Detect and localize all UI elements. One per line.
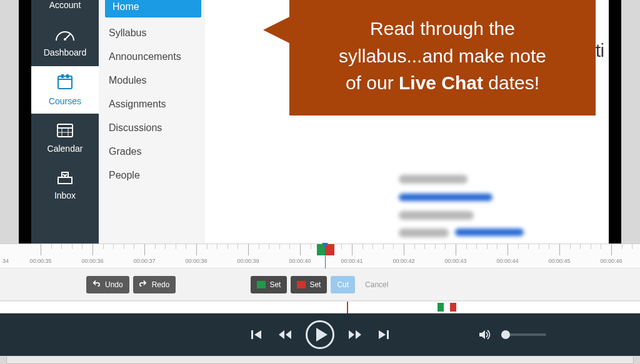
ruler-tick [404,244,404,255]
svg-rect-19 [387,330,389,339]
ruler-label: 00:00:46 [600,258,622,264]
book-icon [56,74,74,92]
timeline-ruler[interactable]: 34 00:00:3500:00:3600:00:3700:00:3800:00… [0,243,640,268]
volume-thumb[interactable] [501,330,510,339]
cancel-link[interactable]: Cancel [365,280,388,289]
ruler-tick [196,244,197,255]
blurred-text-line [399,211,474,220]
playhead[interactable] [325,244,326,269]
svg-rect-5 [66,74,69,78]
ruler-tick-minor [466,244,467,249]
sidebar-item-dashboard[interactable]: Dashboard [31,19,99,66]
svg-marker-13 [254,330,261,339]
video-preview: Account Dashboard Courses Calendar Inbox [0,0,640,243]
course-nav-people[interactable]: People [99,164,205,187]
playback-bar [0,313,640,356]
undo-icon [92,280,101,289]
ruler-tick-minor [372,244,373,249]
ruler-tick-minor [383,244,384,249]
lms-sidebar: Account Dashboard Courses Calendar Inbox [31,0,99,243]
ruler-tick [559,244,560,255]
ruler-tick [611,244,612,255]
ruler-tick [248,244,249,255]
sidebar-item-label: Calendar [48,144,83,154]
svg-marker-17 [356,330,361,339]
track-in-handle[interactable] [438,303,444,312]
ruler-label: 00:00:40 [289,258,311,264]
ruler-label: 00:00:39 [237,258,259,264]
ruler-tick-minor [124,244,124,249]
ruler-tick-minor [539,244,539,249]
play-button[interactable] [306,320,334,349]
course-nav-modules[interactable]: Modules [99,69,205,92]
ruler-tick [92,244,93,255]
track-playhead[interactable] [347,302,348,314]
svg-marker-14 [279,330,284,339]
sidebar-item-inbox[interactable]: Inbox [31,161,99,209]
sidebar-item-calendar[interactable]: Calendar [31,114,99,161]
timeline-track[interactable] [0,301,640,313]
svg-marker-20 [479,330,485,339]
svg-rect-4 [61,74,64,78]
ruler-tick-minor [528,244,529,249]
ruler-label: 00:00:45 [548,258,570,264]
ruler-start-label: 34 [2,258,9,264]
ruler-tick [144,244,145,255]
ruler-tick-minor [176,244,176,249]
set-out-point-button[interactable]: Set [291,276,327,293]
ruler-tick-minor [279,244,280,249]
ruler-tick-minor [632,244,632,249]
ruler-tick [508,244,508,255]
ruler-tick [300,244,301,255]
course-nav: Home Syllabus Announcements Modules Assi… [99,0,205,243]
svg-point-1 [64,38,66,41]
ruler-tick-minor [341,244,342,249]
ruler-tick-minor [259,244,259,249]
cut-button[interactable]: Cut [331,276,355,293]
ruler-tick-minor [103,244,104,249]
ruler-tick-minor [414,244,415,249]
ruler-tick-minor [134,244,134,249]
skip-start-button[interactable] [248,327,264,343]
track-out-handle[interactable] [450,303,456,312]
ruler-tick-minor [591,244,591,249]
ruler-tick [352,244,352,255]
callout-line3: of our Live Chat dates! [312,69,573,97]
rewind-button[interactable] [277,327,293,343]
volume-button[interactable] [476,327,492,343]
course-nav-syllabus[interactable]: Syllabus [99,21,205,45]
letterbox-left [19,0,31,243]
ruler-tick-minor [228,244,228,249]
undo-button[interactable]: Undo [86,276,129,293]
sidebar-item-courses[interactable]: Courses [31,66,99,114]
blurred-text-line [399,229,449,237]
course-nav-home[interactable]: Home [105,0,201,17]
callout-line2: syllabus...and make note [312,42,573,70]
callout-tail [263,15,293,45]
course-nav-assignments[interactable]: Assignments [99,92,205,116]
sidebar-item-account[interactable]: Account [31,0,99,19]
svg-marker-16 [349,330,354,339]
redo-button[interactable]: Redo [133,276,176,293]
set-in-point-button[interactable]: Set [251,276,287,293]
ruler-tick-minor [72,244,72,249]
ruler-tick [41,244,41,255]
course-nav-grades[interactable]: Grades [99,140,205,164]
annotation-callout[interactable]: Read through the syllabus...and make not… [289,0,596,116]
skip-end-button[interactable] [376,327,392,343]
ruler-tick-minor [622,244,622,249]
volume-slider[interactable] [501,333,546,336]
course-nav-announcements[interactable]: Announcements [99,45,205,69]
ruler-tick-minor [269,244,269,249]
blurred-link [455,229,524,236]
course-nav-discussions[interactable]: Discussions [99,116,205,140]
svg-marker-15 [286,330,291,339]
volume-control [476,327,546,343]
ruler-label: 00:00:41 [341,258,362,264]
course-content-panel: undati Read through the syllabus...and m… [205,0,609,243]
ruler-label: 00:00:38 [185,258,207,264]
ruler-label: 00:00:44 [496,258,518,264]
fast-forward-button[interactable] [347,327,363,343]
gauge-icon [54,28,76,44]
flag-green-icon [257,281,266,288]
